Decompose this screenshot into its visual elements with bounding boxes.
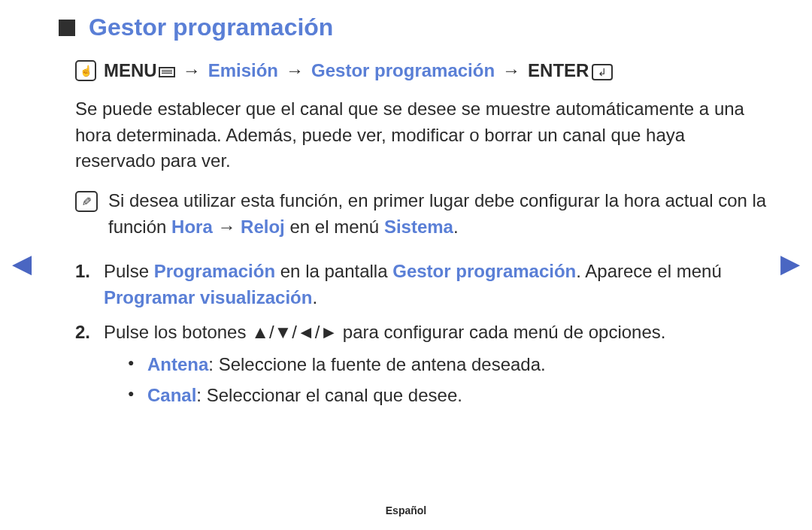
reloj-label: Reloj	[241, 217, 285, 237]
note-block: Si desea utilizar esta función, en prime…	[75, 188, 767, 241]
enter-icon: ↲	[592, 64, 613, 80]
arrow-keys-icon: ▲/▼/◄/►	[251, 322, 338, 342]
page-title: Gestor programación	[89, 14, 333, 41]
prev-page-button[interactable]: ◀	[12, 248, 32, 278]
enter-label: ENTER↲	[528, 58, 613, 84]
bullet-canal: Canal: Seleccionar el canal que desee.	[128, 383, 767, 409]
programacion-label: Programación	[154, 261, 275, 281]
intro-paragraph: Se puede establecer que el canal que se …	[75, 96, 767, 174]
step-2: Pulse los botones ▲/▼/◄/► para configura…	[75, 320, 767, 408]
gestor-label: Gestor programación	[392, 261, 576, 281]
bullet-antena: Antena: Seleccione la fuente de antena d…	[128, 352, 767, 378]
crumb-gestor: Gestor programación	[311, 58, 495, 84]
next-page-button[interactable]: ▶	[780, 248, 800, 278]
step-1: Pulse Programación en la pantalla Gestor…	[75, 259, 767, 311]
breadcrumb: ☝ MENU → Emisión → Gestor programación →…	[75, 58, 767, 84]
sistema-label: Sistema	[384, 217, 453, 237]
menu-icon	[159, 67, 175, 77]
antena-label: Antena	[147, 354, 208, 374]
programar-visualizacion-label: Programar visualización	[104, 287, 312, 307]
arrow-right-icon: →	[502, 58, 520, 84]
note-icon	[75, 191, 98, 212]
arrow-right-icon: →	[286, 58, 304, 84]
hora-label: Hora	[171, 217, 213, 237]
hand-icon: ☝	[75, 60, 96, 81]
page-language-label: Español	[0, 504, 812, 516]
crumb-emision: Emisión	[208, 58, 278, 84]
note-text: Si desea utilizar esta función, en prime…	[108, 188, 767, 241]
canal-label: Canal	[147, 385, 196, 405]
arrow-right-icon: →	[183, 58, 201, 84]
menu-label: MENU	[104, 58, 175, 84]
section-bullet-icon	[59, 20, 75, 36]
